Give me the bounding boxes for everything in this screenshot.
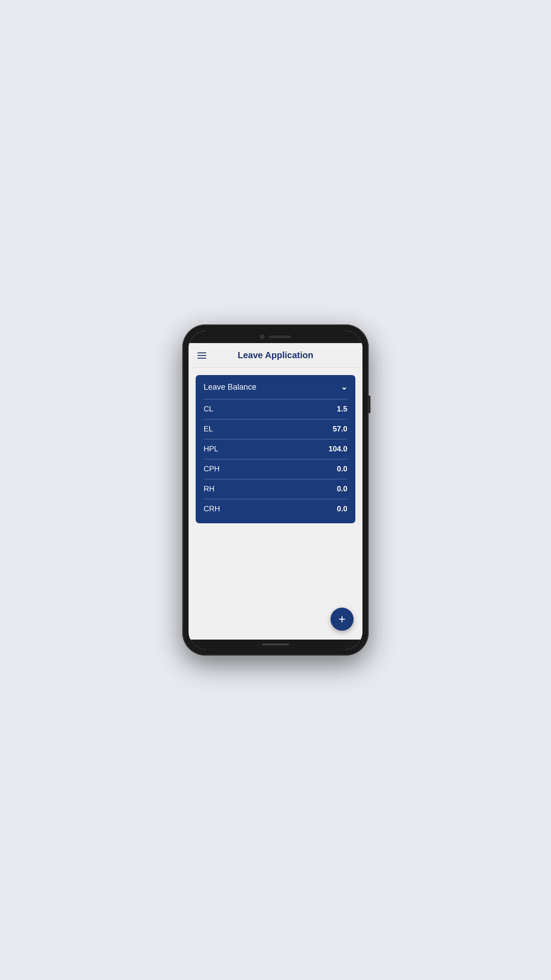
leave-balance-card: Leave Balance ⌄ CL 1.5 EL 57.0 bbox=[196, 375, 355, 523]
card-header[interactable]: Leave Balance ⌄ bbox=[196, 375, 355, 399]
leave-type-el: EL bbox=[204, 425, 213, 434]
leave-row-hpl: HPL 104.0 bbox=[204, 439, 347, 459]
leave-value-rh: 0.0 bbox=[337, 485, 347, 494]
hamburger-line-3 bbox=[197, 358, 206, 359]
speaker bbox=[269, 336, 291, 338]
leave-value-cl: 1.5 bbox=[337, 405, 347, 414]
phone-top-bar bbox=[189, 331, 362, 343]
leave-value-crh: 0.0 bbox=[337, 505, 347, 514]
leave-row-cph: CPH 0.0 bbox=[204, 459, 347, 479]
app-title: Leave Application bbox=[208, 350, 343, 360]
phone-bottom-bar bbox=[189, 640, 362, 649]
leave-type-cl: CL bbox=[204, 405, 213, 414]
leave-type-crh: CRH bbox=[204, 505, 220, 514]
leave-row-el: EL 57.0 bbox=[204, 419, 347, 439]
card-body: CL 1.5 EL 57.0 HPL 104.0 bbox=[196, 399, 355, 523]
leave-type-hpl: HPL bbox=[204, 445, 218, 454]
app-bar: Leave Application bbox=[189, 343, 362, 368]
card-header-title: Leave Balance bbox=[204, 383, 256, 392]
leave-row-cl: CL 1.5 bbox=[204, 399, 347, 419]
home-indicator bbox=[262, 644, 289, 645]
add-leave-fab[interactable]: + bbox=[331, 608, 354, 631]
leave-type-cph: CPH bbox=[204, 465, 220, 474]
hamburger-line-1 bbox=[197, 352, 206, 353]
leave-type-rh: RH bbox=[204, 485, 215, 494]
phone-screen: Leave Application Leave Balance ⌄ CL 1.5 bbox=[189, 331, 362, 649]
plus-icon: + bbox=[338, 613, 346, 625]
leave-value-cph: 0.0 bbox=[337, 465, 347, 474]
leave-value-hpl: 104.0 bbox=[328, 445, 347, 454]
main-content: Leave Balance ⌄ CL 1.5 EL 57.0 bbox=[189, 368, 362, 640]
power-button bbox=[368, 395, 370, 413]
hamburger-line-2 bbox=[197, 355, 206, 356]
hamburger-menu-button[interactable] bbox=[196, 351, 208, 360]
phone-device: Leave Application Leave Balance ⌄ CL 1.5 bbox=[182, 324, 369, 656]
leave-value-el: 57.0 bbox=[333, 425, 347, 434]
leave-row-crh: CRH 0.0 bbox=[204, 499, 347, 519]
app-container: Leave Application Leave Balance ⌄ CL 1.5 bbox=[189, 343, 362, 640]
camera bbox=[260, 335, 264, 339]
chevron-down-icon: ⌄ bbox=[341, 382, 347, 392]
leave-row-rh: RH 0.0 bbox=[204, 479, 347, 499]
